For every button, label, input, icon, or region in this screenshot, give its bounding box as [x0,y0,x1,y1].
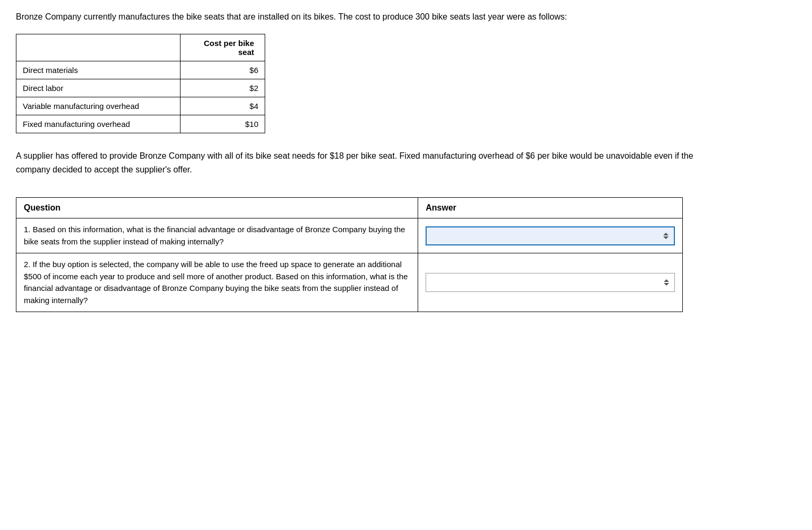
cost-value: $10 [181,115,265,133]
cost-label: Fixed manufacturing overhead [16,115,181,133]
qa-table: Question Answer 1. Based on this informa… [16,197,683,312]
intro-text: Bronze Company currently manufactures th… [16,11,704,23]
cost-label: Direct materials [16,61,181,79]
question-cell: 1. Based on this information, what is th… [16,218,418,253]
cost-table-row: Direct labor $2 [16,79,265,97]
qa-row: 2. If the buy option is selected, the co… [16,253,683,312]
cost-label: Direct labor [16,79,181,97]
spinner-up-icon[interactable] [663,233,669,235]
spinner-up-icon[interactable] [664,279,669,282]
cost-table-row: Fixed manufacturing overhead $10 [16,115,265,133]
answer-input-container[interactable] [426,273,675,292]
answer-cell[interactable] [418,218,683,253]
cost-label: Variable manufacturing overhead [16,97,181,115]
spinner-1[interactable] [661,233,671,239]
spinner-2[interactable] [662,279,671,286]
middle-text: A supplier has offered to provide Bronze… [16,149,704,176]
answer-input-1[interactable] [430,231,659,240]
cost-table: Cost per bike seat Direct materials $6 D… [16,34,265,133]
cost-table-row: Direct materials $6 [16,61,265,79]
qa-row: 1. Based on this information, what is th… [16,218,683,253]
cost-table-row: Variable manufacturing overhead $4 [16,97,265,115]
qa-question-header: Question [16,198,418,218]
spinner-down-icon[interactable] [663,236,669,239]
cost-value: $6 [181,61,265,79]
answer-input-2[interactable] [429,278,660,287]
question-cell: 2. If the buy option is selected, the co… [16,253,418,312]
answer-cell[interactable] [418,253,683,312]
cost-table-header: Cost per bike seat [181,34,265,61]
spinner-down-icon[interactable] [664,283,669,286]
answer-input-container[interactable] [426,226,675,245]
cost-value: $2 [181,79,265,97]
qa-answer-header: Answer [418,198,683,218]
cost-value: $4 [181,97,265,115]
